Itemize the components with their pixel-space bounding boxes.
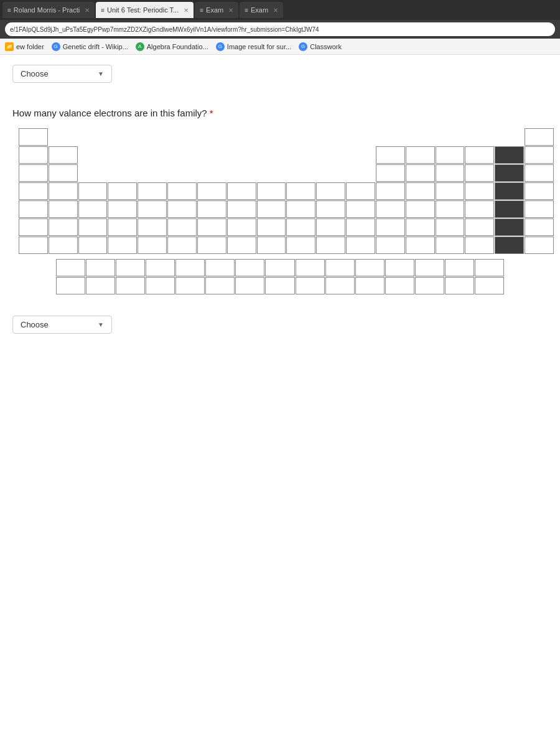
address-bar-row: e/1FAIpQLSd9jJh_uPsTa5EgyPPwp7mmzZD2XZig… [0, 20, 560, 39]
periodic-cell-r0-c13 [406, 128, 435, 146]
periodic-cell-r3-c16 [495, 182, 524, 200]
periodic-cell-r0-c3 [108, 128, 137, 146]
periodic-cell-r5-c4 [138, 218, 167, 236]
periodic-cell-r3-c11 [346, 182, 375, 200]
periodic-cell-r0-c16 [495, 128, 524, 146]
periodic-cell-r1-c2 [78, 146, 108, 164]
periodic-cell-r2-c11 [346, 164, 375, 182]
tab-label-4: Exam [251, 6, 268, 14]
periodic-cell-r3-c7 [227, 182, 256, 200]
periodic-cell-r0-c8 [257, 128, 286, 146]
tab-close-1[interactable]: ✕ [85, 7, 90, 14]
bookmark-label-2: Algebra Foundatio... [147, 43, 208, 50]
periodic-cell-r6-c17 [525, 237, 554, 254]
tab-roland-morris[interactable]: ≡ Roland Morris - Practi ✕ [2, 2, 95, 18]
required-star: * [210, 108, 213, 118]
periodic-cell-r2-c14 [436, 164, 465, 182]
second-choose-dropdown[interactable]: Choose ▼ [12, 316, 112, 334]
periodic-cell-r1-c14 [436, 146, 465, 164]
lanthanide-cell-r1-c7 [265, 277, 294, 294]
periodic-cell-r3-c10 [316, 182, 345, 200]
periodic-cell-r6-c13 [406, 237, 435, 254]
google-icon-2: G [216, 42, 225, 51]
tab-label-3: Exam [206, 6, 223, 14]
periodic-cell-r6-c0 [19, 237, 48, 254]
periodic-cell-r1-c7 [227, 146, 256, 164]
lanthanide-cell-r0-c0 [56, 259, 85, 276]
periodic-cell-r3-c2 [78, 182, 108, 200]
periodic-cell-r6-c9 [286, 237, 315, 254]
periodic-cell-r3-c14 [436, 182, 465, 200]
periodic-cell-r3-c6 [197, 182, 226, 200]
periodic-cell-r6-c4 [138, 237, 167, 254]
periodic-cell-r1-c6 [197, 146, 226, 164]
periodic-cell-r5-c0 [19, 218, 48, 236]
bookmark-image-result[interactable]: G Image result for sur... [216, 42, 291, 51]
periodic-cell-r0-c6 [197, 128, 226, 146]
periodic-cell-r5-c12 [376, 218, 405, 236]
periodic-cell-r2-c9 [286, 164, 315, 182]
periodic-cell-r1-c9 [286, 146, 315, 164]
first-choose-dropdown[interactable]: Choose ▼ [12, 65, 112, 83]
second-choose-label: Choose [21, 320, 49, 329]
periodic-cell-r0-c14 [436, 128, 465, 146]
folder-icon: 📁 [5, 42, 14, 51]
periodic-cell-r5-c8 [257, 218, 286, 236]
periodic-cell-r5-c3 [108, 218, 137, 236]
periodic-cell-r4-c6 [197, 200, 226, 218]
periodic-cell-r1-c1 [49, 146, 78, 164]
address-text: e/1FAIpQLSd9jJh_uPsTa5EgyPPwp7mmzZD2XZig… [10, 26, 319, 33]
periodic-cell-r2-c16 [495, 164, 524, 182]
periodic-cell-r5-c1 [49, 218, 78, 236]
periodic-cell-r6-c8 [257, 237, 286, 254]
lanthanide-cell-r1-c1 [86, 277, 115, 294]
periodic-cell-r2-c10 [316, 164, 345, 182]
page-content: Choose ▼ How many valance electrons are … [0, 55, 560, 747]
bookmark-algebra[interactable]: A Algebra Foundatio... [136, 42, 208, 51]
periodic-cell-r4-c11 [346, 200, 375, 218]
lanthanide-cell-r0-c9 [325, 259, 355, 276]
periodic-cell-r4-c14 [436, 200, 465, 218]
tab-close-2[interactable]: ✕ [184, 7, 189, 14]
periodic-cell-r5-c10 [316, 218, 345, 236]
periodic-cell-r6-c11 [346, 237, 375, 254]
lanthanide-cell-r1-c13 [445, 277, 474, 294]
periodic-cell-r2-c1 [49, 164, 78, 182]
bookmark-new-folder[interactable]: 📁 ew folder [5, 42, 44, 51]
periodic-cell-r6-c15 [465, 237, 494, 254]
periodic-cell-r4-c2 [78, 200, 108, 218]
tab-unit6-test[interactable]: ≡ Unit 6 Test: Periodic T... ✕ [96, 2, 194, 18]
periodic-cell-r5-c7 [227, 218, 256, 236]
lanthanide-cell-r1-c9 [325, 277, 355, 294]
periodic-cell-r0-c15 [465, 128, 494, 146]
tab-close-3[interactable]: ✕ [228, 7, 233, 14]
periodic-cell-r0-c1 [49, 128, 78, 146]
address-bar[interactable]: e/1FAIpQLSd9jJh_uPsTa5EgyPPwp7mmzZD2XZig… [5, 22, 555, 36]
periodic-cell-r5-c2 [78, 218, 108, 236]
periodic-cell-r4-c10 [316, 200, 345, 218]
periodic-cell-r4-c3 [108, 200, 137, 218]
periodic-cell-r6-c7 [227, 237, 256, 254]
tab-exam-2[interactable]: ≡ Exam ✕ [240, 2, 283, 18]
periodic-cell-r1-c3 [108, 146, 137, 164]
periodic-cell-r1-c12 [376, 146, 405, 164]
periodic-cell-r3-c15 [465, 182, 494, 200]
lanthanide-cell-r0-c10 [355, 259, 385, 276]
periodic-cell-r4-c16 [495, 200, 524, 218]
tab-close-4[interactable]: ✕ [273, 7, 278, 14]
bookmark-classwork[interactable]: G Classwork [299, 42, 342, 51]
periodic-cell-r4-c0 [19, 200, 48, 218]
periodic-cell-r1-c5 [167, 146, 197, 164]
periodic-cell-r1-c17 [525, 146, 554, 164]
lanthanide-cell-r0-c7 [265, 259, 294, 276]
periodic-cell-r2-c6 [197, 164, 226, 182]
lanthanide-cell-r0-c4 [175, 259, 205, 276]
periodic-cell-r0-c0 [19, 128, 48, 146]
bookmark-genetic-drift[interactable]: G Genetic drift - Wikip... [52, 42, 128, 51]
bookmarks-bar: 📁 ew folder G Genetic drift - Wikip... A… [0, 39, 560, 55]
second-dropdown-arrow: ▼ [98, 321, 104, 328]
periodic-cell-r0-c12 [376, 128, 405, 146]
bookmark-label-0: ew folder [16, 43, 44, 50]
periodic-cell-r0-c10 [316, 128, 345, 146]
tab-exam-1[interactable]: ≡ Exam ✕ [195, 2, 238, 18]
